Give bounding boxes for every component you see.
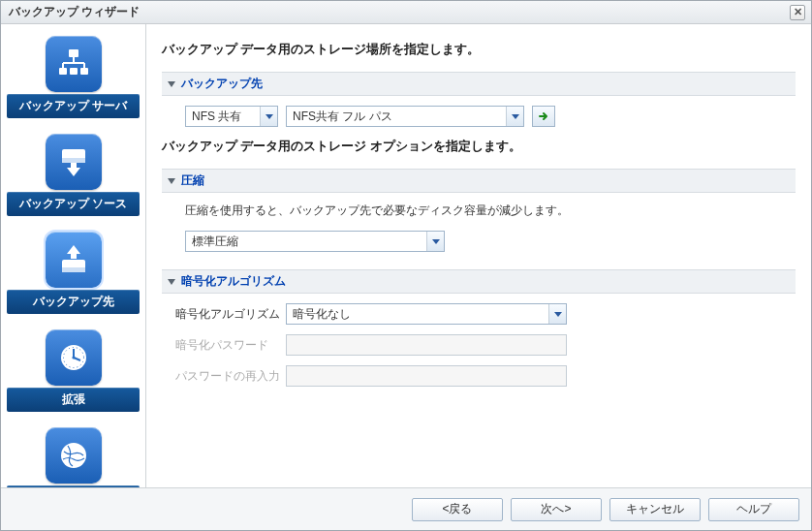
select-value: NFS共有 フル パス — [293, 109, 392, 125]
window-title: バックアップ ウィザード — [9, 4, 140, 20]
svg-rect-5 — [59, 68, 67, 75]
step-label: バックアップ ソース — [7, 192, 140, 216]
section-encryption[interactable]: 暗号化アルゴリズム — [162, 269, 796, 294]
select-value: 暗号化なし — [293, 306, 351, 323]
step-summary[interactable]: サマリ — [1, 422, 145, 487]
section-title: 圧縮 — [181, 172, 204, 189]
chevron-down-icon — [506, 107, 523, 126]
svg-rect-9 — [62, 158, 85, 163]
back-button[interactable]: <戻る — [412, 498, 503, 521]
browse-button[interactable] — [532, 106, 555, 127]
step-label: 拡張 — [7, 388, 140, 412]
close-button[interactable]: ✕ — [790, 5, 805, 20]
compression-select[interactable]: 標準圧縮 — [185, 231, 445, 252]
storage-location-heading: バックアップ データ用のストレージ場所を指定します。 — [162, 42, 796, 58]
step-label: バックアップ先 — [7, 290, 140, 314]
arrow-right-icon — [538, 110, 549, 122]
step-advanced[interactable]: 拡張 — [1, 324, 145, 422]
svg-point-19 — [61, 443, 86, 468]
svg-rect-13 — [62, 267, 85, 272]
section-title: バックアップ先 — [181, 76, 263, 92]
chevron-down-icon — [260, 107, 277, 126]
chevron-down-icon — [426, 232, 444, 251]
step-backup-source[interactable]: バックアップ ソース — [1, 128, 145, 226]
svg-marker-11 — [67, 245, 80, 259]
chevron-down-icon — [168, 178, 175, 184]
encryption-password-label: 暗号化パスワード — [175, 337, 286, 354]
section-title: 暗号化アルゴリズム — [181, 273, 286, 290]
select-value: 標準圧縮 — [192, 234, 238, 250]
encryption-algo-select[interactable]: 暗号化なし — [286, 303, 567, 325]
step-backup-server[interactable]: バックアップ サーバ — [1, 30, 145, 128]
encryption-confirm-label: パスワードの再入力 — [175, 368, 286, 385]
destination-path-select[interactable]: NFS共有 フル パス — [286, 106, 524, 127]
select-value: NFS 共有 — [192, 109, 241, 125]
cancel-button[interactable]: キャンセル — [609, 498, 701, 521]
drive-down-icon — [46, 134, 102, 190]
encryption-password-input[interactable] — [286, 334, 567, 356]
encryption-algo-label: 暗号化アルゴリズム — [175, 306, 286, 323]
wizard-content: バックアップ データ用のストレージ場所を指定します。 バックアップ先 NFS 共… — [146, 24, 811, 487]
svg-marker-10 — [67, 163, 80, 176]
help-button[interactable]: ヘルプ — [708, 498, 799, 521]
section-destination[interactable]: バックアップ先 — [162, 72, 796, 96]
step-label: バックアップ サーバ — [7, 94, 140, 118]
next-button[interactable]: 次へ> — [511, 498, 602, 521]
wizard-sidebar: バックアップ サーバ バックアップ ソース バックアップ先 拡張 — [1, 24, 146, 487]
chevron-down-icon — [548, 304, 566, 324]
wizard-window: バックアップ ウィザード ✕ バックアップ サーバ バックアップ ソース — [0, 0, 812, 531]
chevron-down-icon — [168, 81, 175, 87]
clock-icon — [46, 329, 102, 386]
server-icon — [46, 36, 102, 92]
section-compression[interactable]: 圧縮 — [162, 169, 796, 193]
titlebar: バックアップ ウィザード ✕ — [1, 1, 811, 24]
svg-rect-0 — [69, 49, 78, 57]
chevron-down-icon — [168, 279, 175, 285]
compression-description: 圧縮を使用すると、バックアップ先で必要なディスク容量が減少します。 — [185, 203, 796, 219]
wizard-footer: <戻る 次へ> キャンセル ヘルプ — [1, 487, 811, 530]
encryption-confirm-input[interactable] — [286, 365, 567, 387]
storage-options-heading: バックアップ データ用のストレージ オプションを指定します。 — [162, 139, 796, 155]
svg-point-18 — [72, 356, 75, 359]
globe-icon — [46, 427, 102, 484]
svg-rect-7 — [80, 68, 88, 75]
drive-in-icon — [46, 232, 102, 288]
svg-rect-6 — [70, 68, 78, 75]
destination-type-select[interactable]: NFS 共有 — [185, 106, 278, 127]
close-icon: ✕ — [794, 7, 802, 17]
step-backup-destination[interactable]: バックアップ先 — [1, 226, 145, 324]
body: バックアップ サーバ バックアップ ソース バックアップ先 拡張 — [1, 24, 811, 487]
